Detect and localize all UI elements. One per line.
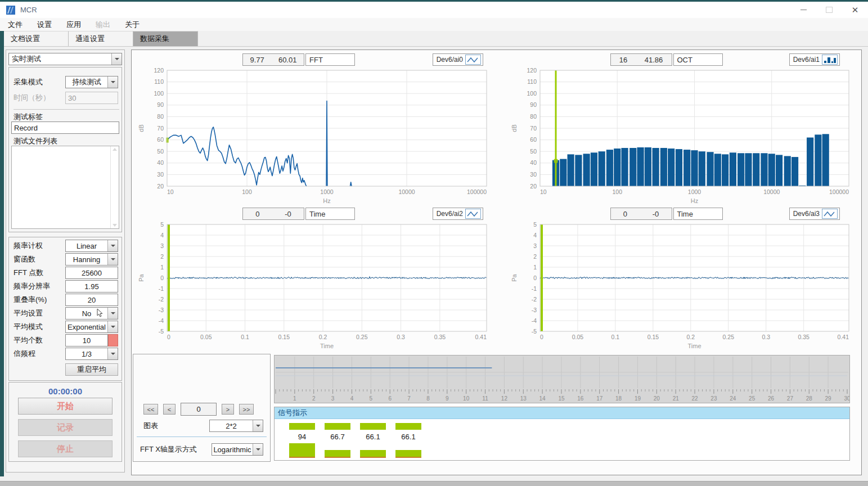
time-seconds-label: 时间（秒） xyxy=(14,93,50,103)
chart-type-box[interactable]: OCT xyxy=(673,53,723,66)
channel-selector[interactable]: Dev6/ai2 xyxy=(433,208,483,220)
tab-document-settings[interactable]: 文档设置 xyxy=(4,31,69,46)
svg-text:8: 8 xyxy=(426,395,430,402)
prev-page-button[interactable]: < xyxy=(163,404,176,415)
signal-meter: 66.7 xyxy=(325,423,350,441)
next-page-button[interactable]: > xyxy=(222,404,234,415)
svg-text:40: 40 xyxy=(530,159,537,166)
app-window: MCR ✕ 文件 设置 应用 输出 关于 文档设置 通道设置 数据采集 实时测试… xyxy=(0,0,868,486)
svg-text:14: 14 xyxy=(539,395,546,402)
fft-plot[interactable]: 2030405060708090100110120101001000100001… xyxy=(136,67,496,205)
chevron-down-icon xyxy=(107,308,118,319)
menu-application[interactable]: 应用 xyxy=(66,20,81,30)
svg-text:26: 26 xyxy=(768,395,775,402)
channel-selector[interactable]: Dev6/ai3 xyxy=(789,208,840,220)
overlap-field[interactable] xyxy=(65,294,118,306)
file-list-label: 测试文件列表 xyxy=(14,136,57,146)
scroll-down-icon[interactable] xyxy=(113,224,117,227)
svg-text:110: 110 xyxy=(154,78,164,85)
signal-meter: 66.1 xyxy=(395,423,421,441)
divider xyxy=(137,436,267,437)
svg-text:100: 100 xyxy=(612,188,622,195)
chart-type-box[interactable]: FFT xyxy=(305,53,355,66)
listbox-scrollbar[interactable] xyxy=(110,146,119,228)
svg-text:29: 29 xyxy=(825,395,832,402)
window-func-select[interactable]: Hanning xyxy=(65,253,118,266)
menu-file[interactable]: 文件 xyxy=(8,20,23,30)
avg-setting-select[interactable]: No xyxy=(65,307,118,320)
svg-text:10000: 10000 xyxy=(398,188,415,195)
chart-layout-select[interactable]: 2*2 xyxy=(209,420,263,432)
fft-xaxis-select[interactable]: Logarithmic xyxy=(212,443,263,456)
svg-text:0.35: 0.35 xyxy=(798,334,809,340)
octave-select[interactable]: 1/3 xyxy=(65,348,118,360)
chevron-down-icon xyxy=(253,420,263,431)
oct-plot[interactable]: 2030405060708090100110120101001000100001… xyxy=(509,67,858,205)
svg-text:20: 20 xyxy=(654,395,660,402)
record-timeline-strip[interactable]: 1234567891011121314151617181920212223242… xyxy=(274,355,850,403)
level-bar xyxy=(395,423,421,430)
svg-text:-4: -4 xyxy=(532,317,537,324)
line-chart-icon xyxy=(465,55,481,65)
svg-text:Time: Time xyxy=(320,343,334,349)
svg-text:-1: -1 xyxy=(159,285,164,292)
vu-bar xyxy=(395,450,421,458)
svg-text:-5: -5 xyxy=(532,328,537,335)
test-file-listbox[interactable] xyxy=(11,146,119,229)
svg-text:16: 16 xyxy=(577,395,584,402)
scroll-up-icon[interactable] xyxy=(113,148,117,151)
elapsed-timer: 00:00:00 xyxy=(9,386,122,396)
time-ai2-plot[interactable]: -5-4-3-2-101234500.050.10.150.20.250.30.… xyxy=(136,221,496,350)
page-number-box[interactable]: 0 xyxy=(181,403,217,416)
svg-text:80: 80 xyxy=(157,113,164,120)
vu-bar xyxy=(360,450,386,458)
svg-text:1: 1 xyxy=(160,264,164,271)
chart-time-ai2: 0 -0 Time Dev6/ai2 -5-4-3-2-101234500.05… xyxy=(136,206,496,350)
fft-points-field[interactable] xyxy=(65,267,118,279)
acq-mode-select[interactable]: 持续测试 xyxy=(65,76,118,88)
avg-status-indicator xyxy=(108,334,118,346)
svg-text:4: 4 xyxy=(160,232,164,238)
chart-type-box[interactable]: Time xyxy=(673,208,723,220)
chart-oct: 16 41.86 OCT Dev6/ai1 xyxy=(509,52,858,205)
menu-about[interactable]: 关于 xyxy=(125,20,140,30)
avg-count-field[interactable] xyxy=(65,334,108,346)
svg-text:dB: dB xyxy=(511,124,518,132)
chart-layout-label: 图表 xyxy=(143,421,158,431)
tab-data-acquisition[interactable]: 数据采集 xyxy=(133,31,198,46)
svg-text:-2: -2 xyxy=(159,296,164,303)
first-page-button[interactable]: << xyxy=(143,404,158,415)
freq-weight-select[interactable]: Linear xyxy=(65,240,118,252)
chart-fft-header: 9.77 60.01 FFT Dev6/ai0 xyxy=(136,52,496,67)
svg-text:0.25: 0.25 xyxy=(723,334,735,340)
signal-indicator-panel: 信号指示 94 66.7 66.1 66.1 xyxy=(274,407,850,461)
last-page-button[interactable]: >> xyxy=(239,404,254,415)
chart-type-box[interactable]: Time xyxy=(305,208,355,220)
title-bar: MCR ✕ xyxy=(0,2,868,18)
channel-selector[interactable]: Dev6/ai0 xyxy=(433,53,483,66)
test-mode-select[interactable]: 实时测试 xyxy=(8,53,122,65)
maximize-icon xyxy=(826,7,833,13)
tab-channel-settings[interactable]: 通道设置 xyxy=(69,31,133,46)
start-button[interactable]: 开始 xyxy=(18,398,113,415)
restart-average-button[interactable]: 重启平均 xyxy=(65,363,118,376)
svg-text:3: 3 xyxy=(533,242,537,249)
close-icon: ✕ xyxy=(852,6,859,14)
minimize-button[interactable] xyxy=(790,2,816,18)
svg-text:2: 2 xyxy=(312,395,316,402)
maximize-button[interactable] xyxy=(816,2,842,18)
record-button: 记录 xyxy=(18,419,113,436)
svg-text:120: 120 xyxy=(154,67,164,74)
close-button[interactable]: ✕ xyxy=(842,2,868,18)
svg-text:4: 4 xyxy=(533,232,537,238)
freq-resolution-field[interactable] xyxy=(65,280,118,292)
time-ai3-plot[interactable]: -5-4-3-2-101234500.050.10.150.20.250.30.… xyxy=(509,221,858,350)
menu-settings[interactable]: 设置 xyxy=(37,20,52,30)
svg-text:50: 50 xyxy=(157,148,164,155)
channel-selector[interactable]: Dev6/ai1 xyxy=(789,53,840,66)
test-label-field[interactable] xyxy=(11,122,119,134)
signal-vu-row xyxy=(289,443,421,458)
avg-mode-select[interactable]: Exponential xyxy=(65,321,118,333)
signal-meter: 94 xyxy=(289,423,315,441)
svg-text:0.3: 0.3 xyxy=(762,334,770,340)
